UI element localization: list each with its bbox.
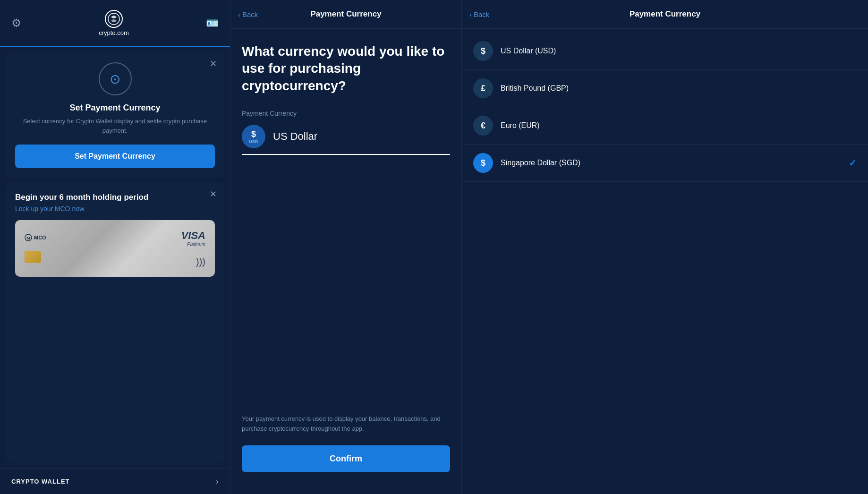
back-chevron-icon: ‹ (238, 10, 240, 18)
platinum-label: Platinum (181, 242, 205, 247)
set-payment-currency-card: ✕ ⊙ Set Payment Currency Select currency… (6, 53, 224, 178)
coin-icon: ⊙ (110, 71, 120, 87)
currency-item-name: Singapore Dollar (SGD) (501, 159, 580, 167)
currency-list-item[interactable]: $US Dollar (USD) (462, 33, 868, 70)
right-panel-title: Payment Currency (630, 9, 700, 19)
close-card1-button[interactable]: ✕ (210, 59, 217, 69)
currency-symbol: £ (481, 84, 485, 94)
currency-item-icon: £ (473, 78, 493, 98)
middle-back-button[interactable]: ‹ Back (238, 10, 258, 18)
usd-symbol: $ (251, 129, 256, 139)
bottom-nav[interactable]: CRYPTO WALLET › (0, 468, 230, 494)
nfc-icon: ))) (181, 256, 205, 267)
usd-circle: $ USD (242, 125, 265, 148)
currency-symbol: $ (481, 46, 485, 56)
svg-text:M: M (27, 236, 30, 240)
middle-panel-title: Payment Currency (310, 9, 381, 19)
payment-icon-circle: ⊙ (99, 62, 132, 95)
card-icon[interactable]: 🪪 (206, 17, 219, 29)
set-payment-currency-button[interactable]: Set Payment Currency (15, 145, 215, 168)
blue-accent-line (0, 46, 230, 47)
usd-code: USD (249, 139, 258, 144)
settings-icon[interactable]: ⚙ (11, 17, 22, 30)
right-back-chevron-icon: ‹ (469, 10, 472, 18)
currency-item-icon: $ (473, 153, 493, 173)
middle-content: What currency would you like to use for … (230, 29, 461, 494)
visa-text-area: VISA Platinum ))) (181, 230, 205, 267)
currency-symbol: $ (481, 158, 485, 168)
currency-list-item[interactable]: £British Pound (GBP) (462, 70, 868, 107)
middle-header: ‹ Back Payment Currency (230, 0, 461, 29)
card1-title: Set Payment Currency (15, 103, 215, 113)
mco-card: ✕ Begin your 6 month holding period Lock… (6, 183, 224, 463)
mco-title: Begin your 6 month holding period (15, 193, 215, 202)
middle-panel: ‹ Back Payment Currency What currency wo… (230, 0, 462, 494)
currency-selector[interactable]: $ USD US Dollar (242, 125, 450, 155)
close-card2-button[interactable]: ✕ (210, 189, 217, 199)
mco-logo: M MCO (25, 234, 46, 241)
currency-symbol: € (481, 121, 485, 131)
currency-item-icon: $ (473, 41, 493, 61)
currency-list-item[interactable]: $Singapore Dollar (SGD)✓ (462, 145, 868, 182)
currency-list-item[interactable]: €Euro (EUR) (462, 107, 868, 145)
mco-label-text: MCO (34, 235, 46, 240)
crypto-logo-icon (104, 9, 123, 28)
selected-check-icon: ✓ (849, 157, 857, 169)
right-back-button[interactable]: ‹ Back (469, 10, 489, 18)
currency-item-name: British Pound (GBP) (501, 84, 569, 93)
card-left-section: M MCO (25, 234, 46, 263)
confirm-button[interactable]: Confirm (242, 445, 450, 472)
currency-full-name: US Dollar (273, 130, 317, 143)
logo-area: crypto.com (99, 9, 129, 36)
visa-card-image: M MCO VISA Platinum ))) (15, 220, 215, 277)
card-chip (25, 251, 41, 263)
visa-brand: VISA (181, 230, 205, 242)
middle-back-label: Back (242, 10, 258, 18)
main-question: What currency would you like to use for … (242, 43, 450, 94)
currency-info-text: Your payment currency is used to display… (242, 399, 450, 434)
card1-description: Select currency for Crypto Wallet displa… (15, 117, 215, 135)
chevron-right-icon: › (216, 477, 219, 486)
svg-point-1 (108, 13, 119, 25)
logo-text: crypto.com (99, 29, 129, 36)
currency-list: $US Dollar (USD)£British Pound (GBP)€Eur… (462, 29, 868, 494)
lock-mco-link[interactable]: Lock up your MCO now (15, 205, 215, 213)
currency-item-name: Euro (EUR) (501, 121, 540, 130)
left-panel: ⚙ crypto.com 🪪 ✕ ⊙ Set Payment Currency … (0, 0, 230, 494)
bottom-nav-label: CRYPTO WALLET (11, 478, 70, 485)
left-header: ⚙ crypto.com 🪪 (0, 0, 230, 46)
currency-field-label: Payment Currency (242, 110, 450, 117)
currency-item-name: US Dollar (USD) (501, 47, 556, 55)
right-panel: ‹ Back Payment Currency $US Dollar (USD)… (462, 0, 868, 494)
currency-item-icon: € (473, 116, 493, 136)
right-header: ‹ Back Payment Currency (462, 0, 868, 29)
right-back-label: Back (474, 10, 489, 18)
